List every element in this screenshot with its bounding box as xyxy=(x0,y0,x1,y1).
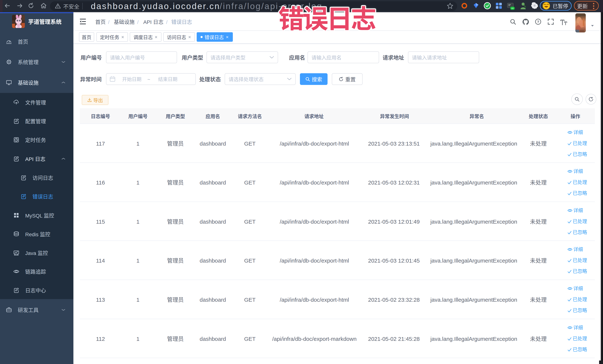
svg-text:?: ? xyxy=(537,20,539,24)
svg-text:on: on xyxy=(511,7,514,9)
